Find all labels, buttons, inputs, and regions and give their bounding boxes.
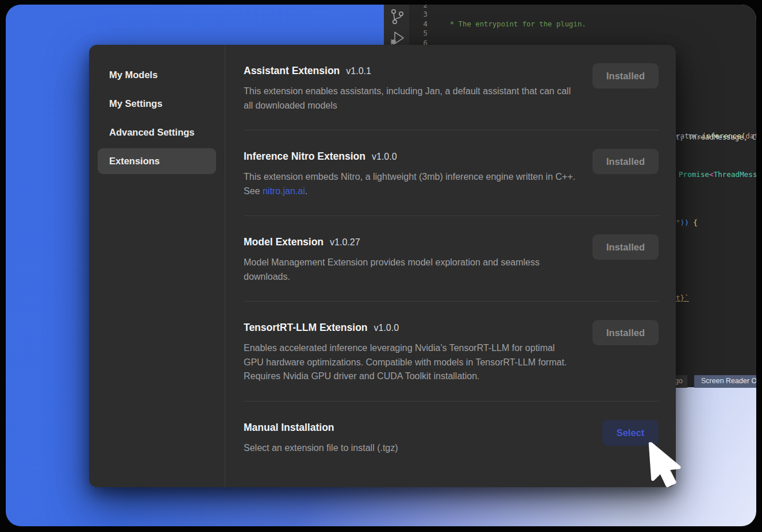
sidebar-item-extensions[interactable]: Extensions (98, 148, 216, 174)
code-token: ThreadMessage (714, 170, 756, 179)
manual-installation-description: Select an extension file to install (.tg… (244, 441, 576, 456)
code-token: inference (702, 132, 741, 140)
editor-line-numbers: 2 3 4 5 6 (413, 5, 428, 48)
extension-version: v1.0.27 (330, 237, 360, 248)
code-token: " (676, 218, 680, 227)
installed-button[interactable]: Installed (592, 149, 659, 174)
extension-description: This extension enables assistants, inclu… (244, 84, 576, 113)
extension-name: Model Extension (244, 234, 324, 249)
extensions-list: Assistant Extension v1.0.1 This extensio… (244, 45, 659, 487)
extension-description: Model Management Extension provides mode… (244, 256, 576, 284)
extension-name: Inference Nitro Extension (244, 149, 365, 164)
code-token: < (709, 170, 714, 179)
nitro-jan-ai-link[interactable]: nitro.jan.ai (263, 186, 305, 196)
extension-name: TensortRT-LLM Extension (244, 320, 368, 335)
code-token: { (693, 218, 698, 227)
debug-run-icon[interactable] (390, 31, 406, 46)
extension-version: v1.0.1 (346, 66, 371, 76)
installed-button[interactable]: Installed (592, 320, 659, 345)
extension-version: v1.0.0 (374, 323, 399, 333)
sidebar-item-my-settings[interactable]: My Settings (98, 91, 216, 117)
installed-button[interactable]: Installed (592, 234, 659, 260)
app-screenshot: 2 3 4 5 6 * The entrypoint for the plugi… (6, 5, 756, 526)
extension-row-nitro: Inference Nitro Extension v1.0.0 This ex… (244, 130, 659, 216)
extension-description: This extension embeds Nitro, a lightweig… (244, 170, 576, 198)
extension-row-tensorrt: TensortRT-LLM Extension v1.0.0 Enables a… (244, 302, 659, 402)
code-fragment: t}` (676, 294, 689, 302)
extension-description: Enables accelerated inference leveraging… (244, 341, 576, 384)
code-token: )) (680, 218, 694, 227)
settings-modal: My Models My Settings Advanced Settings … (89, 45, 676, 487)
code-comment: * The entrypoint for the plugin. (441, 20, 586, 28)
code-fragment: Promise<ThreadMessage> (679, 170, 756, 179)
code-token: t}` (676, 294, 689, 302)
code-fragment: rator.inference(data)); (676, 132, 756, 140)
extension-row-assistant: Assistant Extension v1.0.1 This extensio… (244, 45, 659, 130)
code-token: rator. (676, 132, 702, 140)
code-fragment: ")) { (676, 218, 698, 227)
extension-version: v1.0.0 (372, 152, 397, 162)
sidebar-item-advanced-settings[interactable]: Advanced Settings (98, 119, 216, 145)
installed-button[interactable]: Installed (592, 63, 659, 88)
git-branch-icon[interactable] (390, 8, 405, 25)
extension-row-model: Model Extension v1.0.27 Model Management… (244, 216, 659, 302)
sidebar-item-my-models[interactable]: My Models (98, 62, 216, 88)
code-token: Promise (679, 170, 709, 179)
screen-reader-optimized-toast[interactable]: Screen Reader Optimized (694, 375, 756, 388)
extension-name: Assistant Extension (244, 63, 340, 78)
manual-installation-row: Manual Installation Select an extension … (244, 402, 659, 469)
code-token: data (745, 132, 756, 140)
desktop-stage: 2 3 4 5 6 * The entrypoint for the plugi… (0, 0, 762, 532)
select-extension-file-button[interactable]: Select (602, 420, 659, 446)
manual-installation-title: Manual Installation (244, 420, 334, 435)
description-text: . (305, 186, 307, 196)
settings-sidebar: My Models My Settings Advanced Settings … (89, 45, 225, 487)
